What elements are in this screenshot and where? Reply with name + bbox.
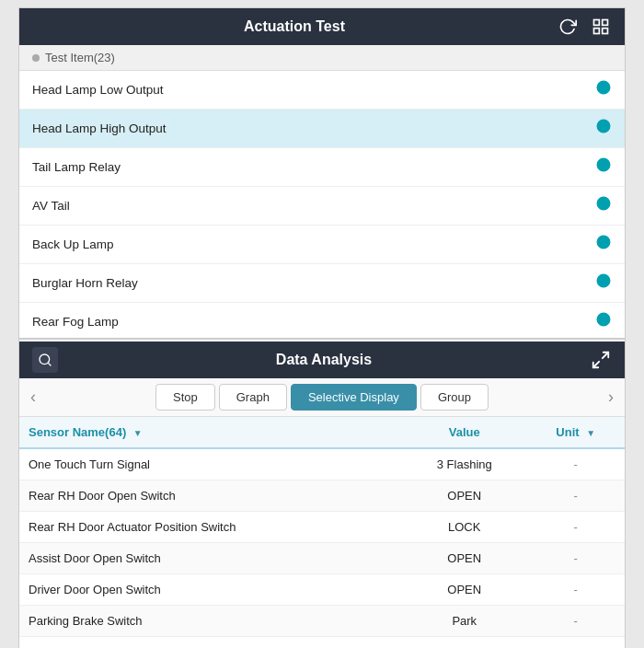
- tab-selective-display[interactable]: Selective Display: [291, 384, 417, 411]
- list-item-label: Back Up Lamp: [32, 237, 114, 251]
- value-cell: OPEN: [402, 574, 527, 606]
- table-row: Assist Door Open Switch OPEN -: [19, 543, 625, 574]
- actuation-panel: Actuation Test Test Item(23): [18, 7, 626, 339]
- table-row: Rear RH Door Open Switch OPEN -: [19, 480, 625, 512]
- actuation-header: Actuation Test: [19, 8, 625, 45]
- list-item[interactable]: Head Lamp Low Output: [19, 71, 625, 110]
- svg-rect-3: [603, 29, 608, 34]
- download-icon[interactable]: [595, 156, 612, 178]
- table-row: One Touch Turn Signal 3 Flashing -: [19, 448, 625, 480]
- sensor-name-cell: Parking Brake Switch: [19, 606, 402, 637]
- download-icon[interactable]: [595, 195, 612, 216]
- sensor-name-cell: Assist Door Open Switch: [19, 543, 402, 574]
- tab-graph[interactable]: Graph: [219, 384, 287, 411]
- col-value: Value: [402, 417, 527, 448]
- unit-cell: -: [527, 543, 625, 574]
- table-head: Sensor Name(64) ▼ Value Unit ▼: [19, 417, 625, 448]
- download-icon[interactable]: [595, 79, 612, 100]
- refresh-icon[interactable]: [557, 16, 579, 38]
- prev-arrow[interactable]: ‹: [27, 388, 40, 407]
- unit-cell: -: [527, 512, 625, 543]
- list-item[interactable]: Burglar Horn Relay: [19, 264, 625, 303]
- value-cell: OPEN: [402, 543, 527, 574]
- actuation-list: Head Lamp Low Output Head Lamp High Outp…: [19, 71, 625, 338]
- test-item-label: Test Item(23): [19, 45, 625, 71]
- list-item[interactable]: Rear Fog Lamp: [19, 303, 625, 338]
- header-right-icons: [557, 16, 612, 38]
- table-row: Rear RH Door Actuator Position Switch LO…: [19, 512, 625, 543]
- download-icon[interactable]: [595, 272, 612, 294]
- next-arrow[interactable]: ›: [604, 388, 617, 407]
- unit-cell: -: [527, 574, 625, 606]
- download-icon[interactable]: [595, 118, 612, 139]
- list-item-label: Rear Fog Lamp: [32, 315, 119, 329]
- value-cell: CLOSE: [402, 637, 527, 649]
- value-cell: Park: [402, 606, 527, 637]
- sensor-table-body: One Touch Turn Signal 3 Flashing - Rear …: [19, 448, 625, 648]
- unit-cell: -: [527, 448, 625, 480]
- table-row: Driver Door Open Switch OPEN -: [19, 574, 625, 606]
- sensor-name-cell: Rear RH Door Actuator Position Switch: [19, 512, 402, 543]
- sensor-table: Sensor Name(64) ▼ Value Unit ▼ One Touch…: [19, 417, 625, 648]
- download-icon[interactable]: [595, 311, 612, 332]
- value-cell: OPEN: [402, 480, 527, 512]
- list-item[interactable]: Tail Lamp Relay: [19, 148, 625, 187]
- unit-cell: -: [527, 480, 625, 512]
- list-item-label: Tail Lamp Relay: [32, 160, 121, 174]
- sensor-table-container: Sensor Name(64) ▼ Value Unit ▼ One Touch…: [19, 417, 625, 648]
- download-icon[interactable]: [595, 234, 612, 255]
- tab-bar: ‹ StopGraphSelective DisplayGroup ›: [19, 378, 625, 417]
- svg-rect-0: [594, 20, 600, 26]
- list-item[interactable]: Back Up Lamp: [19, 226, 625, 264]
- table-row: Parking Brake Switch Park -: [19, 606, 625, 637]
- list-item-label: Head Lamp Low Output: [32, 83, 164, 97]
- data-analysis-header: Data Analysis: [19, 341, 625, 378]
- unit-cell: -: [527, 606, 625, 637]
- list-item-label: Burglar Horn Relay: [32, 276, 138, 290]
- value-cell: LOCK: [402, 512, 527, 543]
- search-icon[interactable]: [32, 347, 58, 373]
- sensor-name-cell: Rear RH Door Open Switch: [19, 480, 402, 512]
- tab-container: StopGraphSelective DisplayGroup: [43, 384, 601, 411]
- col-unit: Unit ▼: [527, 417, 625, 448]
- sort-arrow-sensor: ▼: [133, 428, 143, 438]
- sensor-name-cell: Tailgate Door Switch: [19, 637, 402, 649]
- grid-icon[interactable]: [590, 16, 612, 38]
- value-cell: 3 Flashing: [402, 448, 527, 480]
- sensor-name-cell: Driver Door Open Switch: [19, 574, 402, 606]
- tab-group[interactable]: Group: [420, 384, 489, 411]
- actuation-title: Actuation Test: [32, 18, 557, 35]
- expand-icon[interactable]: [590, 349, 612, 371]
- tab-stop[interactable]: Stop: [155, 384, 215, 411]
- svg-line-5: [48, 363, 51, 365]
- sensor-name-cell: One Touch Turn Signal: [19, 448, 402, 480]
- list-item-label: AV Tail: [32, 199, 70, 213]
- svg-line-7: [593, 362, 599, 367]
- list-item-label: Head Lamp High Output: [32, 122, 167, 135]
- svg-line-6: [603, 353, 608, 358]
- list-item[interactable]: AV Tail: [19, 187, 625, 226]
- data-analysis-panel: Data Analysis ‹ StopGraphSelective Displ…: [18, 339, 626, 648]
- svg-rect-1: [603, 20, 608, 26]
- status-dot: [32, 54, 40, 62]
- list-item[interactable]: Head Lamp High Output: [19, 110, 625, 148]
- col-sensor-name: Sensor Name(64) ▼: [19, 417, 402, 448]
- sort-arrow-unit: ▼: [586, 428, 595, 438]
- svg-rect-2: [594, 29, 600, 34]
- data-analysis-title: Data Analysis: [58, 352, 590, 368]
- table-row: Tailgate Door Switch CLOSE -: [19, 637, 625, 649]
- unit-cell: -: [527, 637, 625, 649]
